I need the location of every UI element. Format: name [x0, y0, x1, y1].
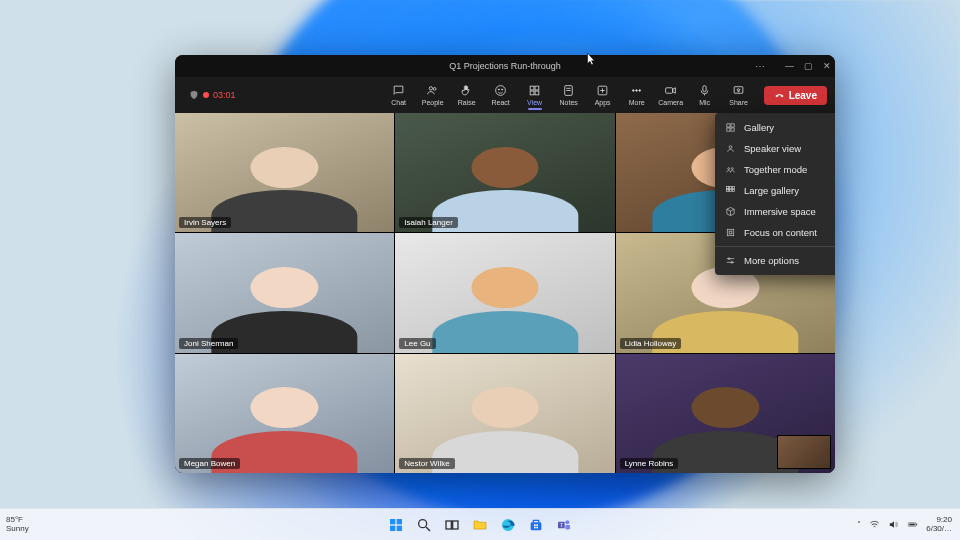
participant-tile[interactable]: Megan Bowen — [175, 354, 394, 473]
more-icon — [630, 84, 643, 97]
volume-icon[interactable] — [888, 519, 899, 530]
recording-indicator: 03:01 — [203, 90, 236, 100]
teams-icon: T — [556, 517, 572, 533]
share-screen-icon — [732, 84, 745, 97]
folder-icon — [472, 517, 488, 533]
self-preview[interactable] — [777, 435, 831, 469]
taskbar: 85°F Sunny T ˄ 9:20 6/30/… — [0, 508, 960, 540]
svg-point-26 — [728, 168, 730, 170]
participant-name: Nestor Wilke — [399, 458, 454, 469]
camera-button[interactable]: Camera — [656, 84, 686, 106]
svg-point-16 — [636, 90, 638, 92]
participant-name: Joni Sherman — [179, 338, 238, 349]
camera-icon — [664, 84, 677, 97]
svg-point-0 — [429, 87, 432, 90]
maximize-button[interactable]: ▢ — [804, 61, 813, 71]
battery-icon[interactable] — [907, 519, 918, 530]
menu-item-gallery[interactable]: Gallery ✓ — [715, 117, 835, 138]
svg-rect-53 — [536, 526, 538, 528]
system-tray[interactable]: ˄ 9:20 6/30/… — [857, 516, 952, 534]
participant-tile[interactable]: Lee Gu — [395, 233, 614, 352]
speaker-view-icon — [725, 143, 736, 154]
chat-button[interactable]: Chat — [384, 84, 414, 106]
chevron-right-icon — [834, 255, 835, 266]
cursor-icon — [584, 50, 598, 68]
svg-point-27 — [731, 168, 733, 170]
people-button[interactable]: People — [418, 84, 448, 106]
mic-button[interactable]: Mic — [690, 84, 720, 106]
mic-icon — [698, 84, 711, 97]
svg-rect-43 — [397, 525, 402, 530]
close-button[interactable]: ✕ — [823, 61, 831, 71]
svg-rect-7 — [530, 91, 534, 95]
svg-rect-47 — [453, 521, 458, 529]
participant-name: Isaiah Langer — [399, 217, 457, 228]
search-icon — [416, 517, 432, 533]
svg-rect-35 — [729, 231, 732, 234]
titlebar-more-icon[interactable]: ⋯ — [755, 61, 765, 72]
share-button[interactable]: Share — [724, 84, 754, 106]
chat-icon — [392, 84, 405, 97]
more-button[interactable]: More — [622, 84, 652, 106]
cube-icon — [725, 206, 736, 217]
task-view-button[interactable] — [442, 515, 462, 535]
menu-item-more-options[interactable]: More options — [715, 250, 835, 271]
menu-item-immersive[interactable]: Immersive space — [715, 201, 835, 222]
participant-tile[interactable]: Joni Sherman — [175, 233, 394, 352]
tray-chevron-icon[interactable]: ˄ — [857, 520, 861, 529]
explorer-button[interactable] — [470, 515, 490, 535]
leave-button[interactable]: Leave — [764, 86, 827, 105]
wifi-icon[interactable] — [869, 519, 880, 530]
participant-name: Irvin Sayers — [179, 217, 231, 228]
participant-tile[interactable]: Lynne Robins — [616, 354, 835, 473]
clock[interactable]: 9:20 6/30/… — [926, 516, 952, 534]
svg-rect-19 — [703, 86, 706, 92]
edge-button[interactable] — [498, 515, 518, 535]
react-button[interactable]: React — [486, 84, 516, 106]
svg-rect-5 — [530, 86, 534, 90]
svg-rect-32 — [729, 189, 731, 191]
menu-item-speaker[interactable]: Speaker view — [715, 138, 835, 159]
shield-icon — [189, 90, 199, 100]
view-button[interactable]: View — [520, 84, 550, 106]
svg-rect-33 — [732, 189, 734, 191]
participant-name: Lidia Holloway — [620, 338, 682, 349]
svg-rect-41 — [397, 519, 402, 524]
svg-rect-58 — [909, 524, 915, 526]
participant-name: Lynne Robins — [620, 458, 679, 469]
store-button[interactable] — [526, 515, 546, 535]
svg-rect-46 — [446, 521, 451, 529]
svg-point-4 — [502, 89, 503, 90]
sliders-icon — [725, 255, 736, 266]
notes-icon — [562, 84, 575, 97]
svg-line-45 — [426, 527, 430, 531]
weather-widget[interactable]: 85°F Sunny — [6, 516, 29, 534]
teams-meeting-window: Q1 Projections Run-through ⋯ — ▢ ✕ 03:01… — [175, 55, 835, 473]
participant-tile[interactable]: Isaiah Langer — [395, 113, 614, 232]
focus-icon — [725, 227, 736, 238]
emoji-icon — [494, 84, 507, 97]
participant-name: Megan Bowen — [179, 458, 240, 469]
participant-tile[interactable]: Irvin Sayers — [175, 113, 394, 232]
menu-item-large-gallery[interactable]: Large gallery — [715, 180, 835, 201]
start-button[interactable] — [386, 515, 406, 535]
notes-button[interactable]: Notes — [554, 84, 584, 106]
menu-separator — [715, 246, 835, 247]
grid-icon — [725, 122, 736, 133]
recording-timer: 03:01 — [213, 90, 236, 100]
windows-icon — [388, 517, 404, 533]
svg-point-17 — [639, 90, 641, 92]
store-icon — [528, 517, 544, 533]
menu-item-focus[interactable]: Focus on content — [715, 222, 835, 243]
svg-point-3 — [498, 89, 499, 90]
svg-rect-23 — [727, 128, 730, 131]
teams-button[interactable]: T — [554, 515, 574, 535]
raise-hand-button[interactable]: Raise — [452, 84, 482, 106]
participant-tile[interactable]: Nestor Wilke — [395, 354, 614, 473]
apps-button[interactable]: Apps — [588, 84, 618, 106]
svg-point-44 — [419, 519, 427, 527]
svg-point-25 — [729, 146, 732, 149]
menu-item-together[interactable]: Together mode — [715, 159, 835, 180]
search-button[interactable] — [414, 515, 434, 535]
minimize-button[interactable]: — — [785, 61, 794, 71]
